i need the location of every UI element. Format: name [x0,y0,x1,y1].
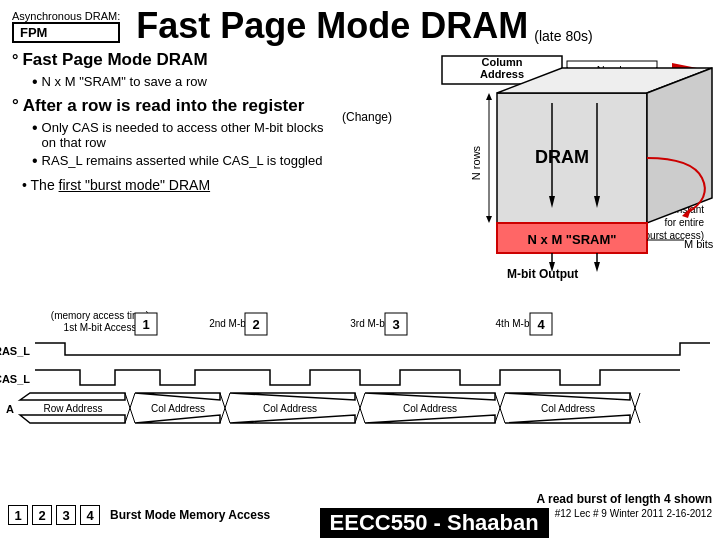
eecc-area: EECC550 - Shaaban #12 Lec # 9 Winter 201… [320,508,712,538]
num-boxes: 1 2 3 4 [8,505,100,525]
svg-text:3: 3 [392,317,399,332]
bottom-right: A read burst of length 4 shown EECC550 -… [320,492,712,538]
bottom-row: 1 2 3 4 Burst Mode Memory Access A read … [0,492,720,538]
svg-marker-18 [486,216,492,223]
num-box-1: 1 [8,505,28,525]
svg-marker-17 [486,93,492,100]
svg-marker-69 [505,393,630,400]
bullet2-prefix: ° [12,96,19,116]
timing-section: (memory access time) 1st M-bit Access 1 … [0,305,720,460]
num-box-4: 4 [80,505,100,525]
svg-text:Col Address: Col Address [151,403,205,414]
eecc-label: EECC550 - Shaaban [320,508,549,538]
svg-text:(memory access time): (memory access time) [51,310,149,321]
svg-marker-70 [505,415,630,423]
bullet2-sub1: • Only CAS is needed to access other M-b… [32,120,332,150]
svg-text:4: 4 [537,317,545,332]
svg-text:Row Address: Row Address [44,403,103,414]
svg-marker-54 [135,393,220,400]
dram-diagram-svg: Column Address N cols [332,48,720,348]
bullet2-text: After a row is read into the register [23,96,305,116]
bullet1-sub1-text: N x M "SRAM" to save a row [42,74,207,90]
svg-text:Address: Address [480,68,524,80]
bullet1-sub1-dot: • [32,74,38,90]
svg-marker-49 [20,393,125,400]
svg-marker-59 [230,393,355,400]
async-label: Asynchronous DRAM: [12,10,120,22]
burst-text: The [31,177,59,193]
svg-text:N x M "SRAM": N x M "SRAM" [528,232,617,247]
svg-marker-64 [365,393,495,400]
main-page: Asynchronous DRAM: FPM Fast Page Mode DR… [0,0,720,540]
svg-text:3rd M-bit: 3rd M-bit [350,318,390,329]
bullet2-sub2: • RAS_L remains asserted while CAS_L is … [32,153,332,169]
bullet1-text: Fast Page Mode DRAM [22,50,207,70]
svg-text:Col Address: Col Address [541,403,595,414]
svg-text:4th M-bit: 4th M-bit [496,318,535,329]
svg-text:2: 2 [252,317,259,332]
burst-line: • The first "burst mode" DRAM [22,177,332,193]
header: Asynchronous DRAM: FPM Fast Page Mode DR… [12,8,708,44]
main-content: ° Fast Page Mode DRAM • N x M "SRAM" to … [12,48,708,348]
svg-text:M bits: M bits [684,238,714,250]
timing-svg: (memory access time) 1st M-bit Access 1 … [0,305,720,460]
svg-text:DRAM: DRAM [535,147,589,167]
svg-marker-55 [135,415,220,423]
svg-text:1st M-bit Access: 1st M-bit Access [64,322,137,333]
svg-text:M-bit Output: M-bit Output [507,267,578,281]
svg-marker-65 [365,415,495,423]
svg-text:Col Address: Col Address [403,403,457,414]
svg-text:1: 1 [142,317,149,332]
svg-marker-50 [20,415,125,423]
main-title: Fast Page Mode DRAM [136,8,528,44]
burst-label: Burst Mode Memory Access [110,508,270,522]
bullet1-prefix: ° [12,52,18,70]
burst-underline: first "burst mode" DRAM [59,177,211,193]
svg-marker-60 [230,415,355,423]
svg-text:A: A [6,403,14,415]
burst-dot: • [22,177,31,193]
bullet2-sub2-dot: • [32,153,38,169]
num-box-3: 3 [56,505,76,525]
bullet2-sub1-text: Only CAS is needed to access other M-bit… [42,120,332,150]
bullet-2: ° After a row is read into the register [12,96,332,116]
svg-text:Column: Column [482,56,523,68]
fpm-box: FPM [12,22,120,43]
bottom-left: 1 2 3 4 Burst Mode Memory Access [8,505,270,525]
bullet2-sub1-dot: • [32,120,38,150]
course-line1: #12 Lec # 9 Winter 2011 2-16-2012 [555,508,712,519]
bullet-1: ° Fast Page Mode DRAM [12,50,332,70]
svg-text:N rows: N rows [470,145,482,180]
svg-text:CAS_L: CAS_L [0,373,30,385]
text-column: ° Fast Page Mode DRAM • N x M "SRAM" to … [12,48,332,348]
num-box-2: 2 [32,505,52,525]
read-burst-text: A read burst of length 4 shown [536,492,712,506]
late-label: (late 80s) [534,28,592,44]
svg-marker-31 [594,262,600,272]
bullet1-sub1: • N x M "SRAM" to save a row [32,74,332,90]
header-left: Asynchronous DRAM: FPM [12,10,120,43]
bullet2-sub2-text: RAS_L remains asserted while CAS_L is to… [42,153,323,169]
svg-text:Col Address: Col Address [263,403,317,414]
svg-text:RAS_L: RAS_L [0,345,30,357]
diagram-column: (Change) Row Address (constant for entir… [332,48,708,348]
course-info: #12 Lec # 9 Winter 2011 2-16-2012 [555,508,712,519]
